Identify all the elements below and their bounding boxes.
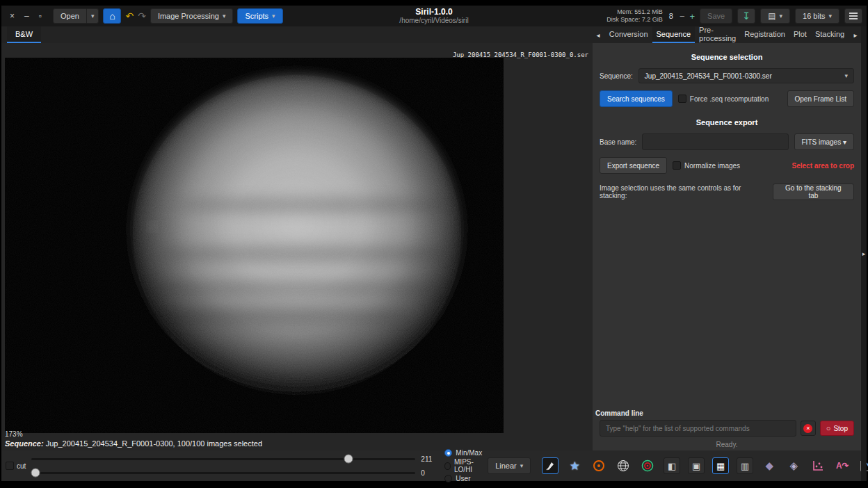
one-to-one-icon: ▣: [692, 461, 700, 471]
open-split-button: Open ▾: [53, 8, 99, 24]
star-detection-button[interactable]: ★: [566, 457, 583, 474]
crop-hint: Select area to crop: [792, 162, 854, 170]
high-level-slider[interactable]: [31, 454, 415, 464]
grid-icon: ▦: [716, 461, 725, 471]
save-as-button[interactable]: ↧: [737, 8, 755, 24]
grid-overlay-button[interactable]: ▦: [712, 457, 729, 474]
one-to-one-button[interactable]: ▣: [688, 457, 705, 474]
chevron-down-icon: ▾: [223, 13, 226, 19]
transform-icon: A↷: [836, 461, 849, 471]
tab-stacking[interactable]: Stacking: [811, 26, 849, 43]
pin-tool-button[interactable]: [542, 457, 558, 474]
force-seq-checkbox[interactable]: [678, 95, 686, 103]
normalize-checkbox[interactable]: [673, 161, 681, 170]
main-menu-button[interactable]: [844, 8, 862, 24]
radio-user[interactable]: User: [444, 475, 482, 482]
maximize-icon[interactable]: ▫: [39, 12, 42, 20]
channels-button[interactable]: ▥: [737, 457, 753, 474]
resources-info: Mem: 551.2 MiB Disk Space: 7.2 GiB: [606, 8, 663, 24]
close-icon[interactable]: ×: [10, 12, 15, 20]
bit-depth-dropdown[interactable]: 16 bits ▾: [795, 8, 839, 24]
open-frame-list-button[interactable]: Open Frame List: [787, 90, 854, 107]
globe-icon: [617, 459, 629, 472]
scripts-label: Scripts: [245, 12, 268, 20]
tab-plot[interactable]: Plot: [789, 26, 811, 43]
display-toolbar: cut 211 0 Min/Max MIP: [1, 450, 861, 481]
image-processing-menu[interactable]: Image Processing ▾: [150, 8, 234, 24]
command-line-label: Command line: [595, 409, 860, 417]
scaling-mode-radios: Min/Max MIPS-LO/HI User: [444, 449, 482, 482]
minimize-icon[interactable]: –: [24, 12, 29, 20]
open-recent-dropdown[interactable]: ▾: [87, 8, 99, 24]
command-input[interactable]: [600, 420, 796, 437]
bit-depth-label: 16 bits: [803, 12, 825, 20]
low-level-slider[interactable]: [31, 468, 415, 478]
sequence-field-label: Sequence:: [600, 72, 633, 80]
photometry-button[interactable]: [639, 457, 656, 474]
transform-button[interactable]: A↷: [834, 457, 851, 474]
tab-registration[interactable]: Registration: [740, 26, 789, 43]
display-mode-dropdown[interactable]: Linear ▾: [488, 457, 531, 474]
stop-button[interactable]: ○ Stop: [820, 421, 854, 436]
plot-shift-button[interactable]: [810, 457, 826, 474]
sequence-combobox[interactable]: Jup_200415_204534_R_F0001-0300.ser ▾: [638, 68, 854, 83]
tabs-scroll-right[interactable]: ▸: [850, 26, 861, 43]
go-to-stacking-button[interactable]: Go to the stacking tab: [773, 184, 854, 200]
image-display[interactable]: [5, 58, 504, 433]
disk-info: Disk Space: 7.2 GiB: [606, 16, 663, 24]
radio-button-icon: [444, 475, 452, 482]
open-button[interactable]: Open: [53, 8, 87, 24]
header-right: Mem: 551.2 MiB Disk Space: 7.2 GiB 8 − +…: [606, 8, 862, 24]
chevron-down-icon: ▾: [843, 138, 846, 146]
snapshot-dropdown[interactable]: ▤ ▾: [760, 8, 790, 24]
astrometry-button[interactable]: [615, 457, 632, 474]
cut-checkbox[interactable]: [6, 462, 14, 470]
image-canvas-area: Jup_200415_204534_R_F0001-0300_0.ser: [1, 43, 593, 450]
panel-collapse-strip[interactable]: ▸: [861, 26, 867, 481]
radio-minmax[interactable]: Min/Max: [444, 449, 482, 457]
tab-conversion[interactable]: Conversion: [605, 26, 652, 43]
folder-icon: ▤: [768, 11, 775, 21]
hamburger-icon: [849, 13, 858, 19]
sequence-status-label: Sequence:: [5, 439, 44, 448]
star-icon: ★: [570, 459, 580, 473]
export-format-dropdown[interactable]: FITS images ▾: [794, 133, 855, 150]
export-sequence-button[interactable]: Export sequence: [600, 157, 667, 174]
minus-icon[interactable]: −: [680, 11, 685, 22]
image-processing-label: Image Processing: [158, 12, 219, 20]
quick-tools: ★: [542, 457, 868, 474]
mirror-y-button[interactable]: ◈: [785, 457, 802, 474]
redo-icon[interactable]: ↷: [138, 10, 146, 22]
sequence-combobox-value: Jup_200415_204534_R_F0001-0300.ser: [645, 72, 772, 80]
cut-option[interactable]: cut: [6, 462, 26, 470]
radio-user-label: User: [456, 475, 470, 482]
force-seq-label: Force .seq recomputation: [690, 95, 769, 103]
tab-bw[interactable]: B&W: [7, 26, 41, 43]
low-level-value: 0: [421, 469, 439, 477]
screen: × – ▫ Open ▾ ⌂ ↶ ↷ Image Processing ▾ Sc…: [0, 0, 868, 488]
save-button[interactable]: Save: [700, 8, 732, 24]
force-seq-option[interactable]: Force .seq recomputation: [678, 95, 769, 103]
search-sequences-button[interactable]: Search sequences: [600, 90, 673, 107]
memory-info: Mem: 551.2 MiB: [606, 8, 663, 16]
home-button[interactable]: ⌂: [103, 8, 121, 24]
display-channel-button[interactable]: ◧: [664, 457, 680, 474]
stacking-note: Image selection uses the same controls a…: [600, 184, 767, 200]
mirror-x-button[interactable]: ◆: [761, 457, 778, 474]
tabs-scroll-left[interactable]: ◂: [593, 26, 604, 43]
base-name-input[interactable]: [642, 133, 788, 150]
cut-label: cut: [17, 462, 26, 470]
tab-preprocessing[interactable]: Pre-processing: [695, 26, 740, 43]
chevron-right-icon: ▸: [854, 31, 858, 39]
high-slider-handle[interactable]: [344, 455, 353, 464]
radio-mips[interactable]: MIPS-LO/HI: [444, 458, 482, 473]
mirror-y-icon: ◈: [789, 459, 798, 472]
low-slider-handle[interactable]: [31, 469, 40, 478]
aperture-button[interactable]: [590, 457, 607, 474]
tab-sequence[interactable]: Sequence: [652, 26, 696, 43]
scripts-menu[interactable]: Scripts ▾: [237, 8, 282, 24]
undo-icon[interactable]: ↶: [125, 10, 134, 22]
normalize-option[interactable]: Normalize images: [673, 161, 740, 170]
clear-command-button[interactable]: ×: [801, 421, 816, 436]
plus-icon[interactable]: +: [690, 11, 696, 22]
